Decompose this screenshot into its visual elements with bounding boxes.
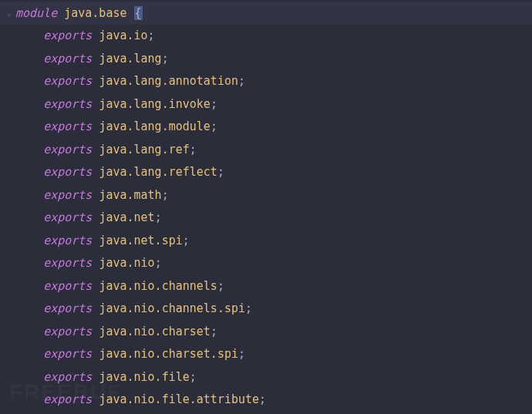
package-name: java.lang.reflect	[99, 165, 217, 179]
export-line[interactable]: exports java.lang.reflect;	[0, 161, 532, 184]
semicolon: ;	[217, 279, 224, 293]
export-line[interactable]: exports java.math;	[0, 183, 532, 207]
export-line[interactable]: exports java.nio.charset;	[0, 320, 532, 343]
exports-keyword: exports	[43, 97, 92, 111]
semicolon: ;	[155, 210, 162, 224]
exports-keyword: exports	[43, 119, 92, 133]
exports-keyword: exports	[43, 165, 92, 179]
semicolon: ;	[162, 188, 169, 202]
exports-keyword: exports	[43, 74, 92, 88]
exports-keyword: exports	[43, 325, 92, 338]
package-name: java.nio.channels	[99, 279, 217, 293]
semicolon: ;	[183, 234, 190, 247]
semicolon: ;	[210, 119, 217, 133]
export-line[interactable]: exports java.nio.file;	[0, 365, 532, 389]
code-editor[interactable]: ⌄module java.base { exports java.io; exp…	[0, 2, 532, 411]
exports-keyword: exports	[43, 392, 92, 406]
semicolon: ;	[162, 52, 169, 66]
module-declaration-line[interactable]: ⌄module java.base {	[0, 2, 532, 25]
export-line[interactable]: exports java.nio;	[0, 252, 532, 275]
semicolon: ;	[190, 143, 197, 157]
semicolon: ;	[210, 97, 217, 111]
export-line[interactable]: exports java.nio.channels;	[0, 274, 532, 298]
export-line[interactable]: exports java.lang.ref;	[0, 138, 532, 161]
exports-keyword: exports	[43, 29, 92, 42]
semicolon: ;	[259, 392, 266, 406]
package-name: java.nio	[99, 256, 154, 270]
export-line[interactable]: exports java.net;	[0, 207, 532, 230]
semicolon: ;	[148, 29, 155, 42]
export-line[interactable]: exports java.lang.module;	[0, 116, 532, 139]
package-name: java.io	[99, 29, 147, 42]
package-name: java.net.spi	[99, 234, 182, 247]
module-name: java.base	[64, 6, 126, 20]
open-brace: {	[134, 6, 143, 20]
exports-keyword: exports	[43, 234, 92, 247]
semicolon: ;	[238, 347, 245, 361]
package-name: java.lang.module	[99, 119, 210, 133]
exports-keyword: exports	[43, 347, 92, 361]
exports-keyword: exports	[43, 301, 92, 315]
export-line[interactable]: exports java.nio.charset.spi;	[0, 343, 532, 366]
exports-keyword: exports	[43, 279, 92, 293]
exports-keyword: exports	[43, 256, 92, 270]
semicolon: ;	[238, 74, 245, 88]
package-name: java.math	[99, 188, 161, 202]
semicolon: ;	[155, 256, 162, 270]
export-line[interactable]: exports java.nio.file.attribute;	[0, 389, 532, 412]
exports-keyword: exports	[43, 52, 92, 66]
package-name: java.lang.invoke	[99, 97, 210, 111]
package-name: java.lang.annotation	[99, 74, 238, 88]
semicolon: ;	[245, 301, 252, 315]
semicolon: ;	[210, 325, 217, 338]
package-name: java.nio.file	[99, 370, 189, 384]
package-name: java.lang	[99, 52, 161, 66]
export-line[interactable]: exports java.lang.annotation;	[0, 70, 532, 93]
exports-keyword: exports	[43, 143, 92, 157]
module-keyword: module	[15, 6, 57, 20]
export-line[interactable]: exports java.lang.invoke;	[0, 93, 532, 116]
export-line[interactable]: exports java.net.spi;	[0, 229, 532, 252]
package-name: java.lang.ref	[99, 143, 189, 157]
exports-keyword: exports	[43, 370, 92, 384]
export-line[interactable]: exports java.io;	[0, 25, 532, 48]
export-line[interactable]: exports java.nio.channels.spi;	[0, 298, 532, 321]
exports-keyword: exports	[43, 210, 92, 224]
fold-toggle-icon[interactable]: ⌄	[3, 8, 15, 17]
export-line[interactable]: exports java.lang;	[0, 47, 532, 70]
package-name: java.nio.channels.spi	[99, 301, 245, 315]
semicolon: ;	[190, 370, 197, 384]
package-name: java.nio.file.attribute	[99, 392, 259, 406]
semicolon: ;	[217, 165, 224, 179]
package-name: java.net	[99, 210, 154, 224]
package-name: java.nio.charset.spi	[99, 347, 238, 361]
exports-keyword: exports	[43, 188, 92, 202]
package-name: java.nio.charset	[99, 325, 210, 338]
